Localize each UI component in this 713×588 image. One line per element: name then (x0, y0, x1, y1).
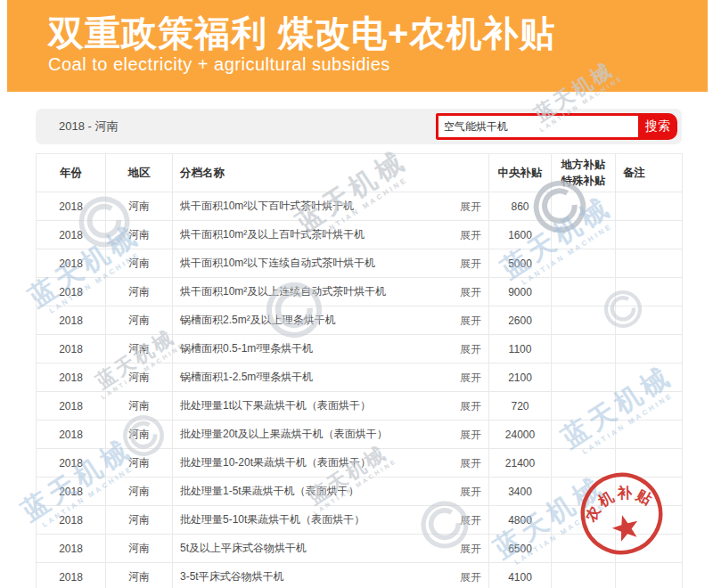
region-cell: 河南 (106, 278, 173, 306)
search-box: 搜索 (436, 113, 677, 140)
category-name: 锅槽面积0.5-1m²理条烘干机 (180, 342, 313, 355)
expand-link[interactable]: 展开 (460, 341, 481, 356)
central-subsidy-cell: 4800 (489, 506, 552, 535)
central-subsidy-cell: 3400 (489, 478, 552, 506)
category-cell: 烘干面积10m²以下百叶式茶叶烘干机 展开 (173, 192, 489, 221)
category-cell: 烘干面积10m²及以上连续自动式茶叶烘干机 展开 (173, 278, 489, 306)
local-subsidy-cell (552, 563, 616, 588)
local-subsidy-cell (552, 421, 616, 449)
search-input[interactable] (438, 116, 638, 137)
central-subsidy-cell: 21400 (489, 449, 552, 478)
region-cell: 河南 (106, 478, 173, 506)
year-cell: 2018 (37, 421, 106, 449)
col-local-line1: 地方补贴 (561, 159, 606, 171)
region-cell: 河南 (106, 249, 173, 278)
col-central-subsidy: 中央补贴 (489, 154, 552, 192)
local-subsidy-cell (552, 392, 616, 421)
expand-link[interactable]: 展开 (460, 227, 481, 242)
remark-cell (616, 221, 683, 249)
year-cell: 2018 (37, 535, 106, 563)
expand-link[interactable]: 展开 (460, 199, 481, 214)
table-row: 2018 河南 批处理量1t以下果蔬烘干机（表面烘干） 展开 720 (37, 392, 683, 421)
region-cell: 河南 (106, 192, 173, 221)
star-icon (610, 511, 642, 543)
expand-link[interactable]: 展开 (460, 541, 481, 556)
region-cell: 河南 (106, 221, 173, 249)
banner-subtitle: Coal to electricity + agricultural subsi… (48, 54, 708, 75)
central-subsidy-cell: 9000 (489, 278, 552, 306)
remark-cell (616, 421, 683, 449)
expand-link[interactable]: 展开 (460, 256, 481, 271)
region-cell: 河南 (106, 392, 173, 421)
table-row: 2018 河南 锅槽面积2.5m²及以上理条烘干机 展开 2600 (37, 306, 683, 335)
col-remark: 备注 (616, 154, 683, 192)
expand-link[interactable]: 展开 (460, 313, 481, 328)
expand-link[interactable]: 展开 (460, 484, 481, 499)
expand-link[interactable]: 展开 (460, 284, 481, 299)
table-row: 2018 河南 锅槽面积1-2.5m²理条烘干机 展开 2100 (37, 363, 683, 392)
category-name: 批处理量20t及以上果蔬烘干机（表面烘干） (180, 428, 388, 440)
category-name: 烘干面积10m²及以上连续自动式茶叶烘干机 (180, 285, 386, 298)
expand-link[interactable]: 展开 (460, 398, 481, 413)
category-name: 批处理量10-20t果蔬烘干机（表面烘干） (180, 456, 371, 469)
year-cell: 2018 (37, 278, 106, 306)
search-button[interactable]: 搜索 (638, 116, 677, 137)
local-subsidy-cell (552, 335, 616, 363)
local-subsidy-cell (552, 221, 616, 249)
remark-cell (616, 392, 683, 421)
central-subsidy-cell: 1100 (489, 335, 552, 363)
expand-link[interactable]: 展开 (460, 569, 481, 584)
central-subsidy-cell: 2600 (489, 306, 552, 335)
table-row: 2018 河南 烘干面积10m²以下百叶式茶叶烘干机 展开 860 (37, 192, 683, 221)
table-row: 2018 河南 烘干面积10m²以下连续自动式茶叶烘干机 展开 5000 (37, 249, 683, 278)
category-name: 烘干面积10m²以下连续自动式茶叶烘干机 (180, 257, 375, 269)
category-cell: 批处理量5-10t果蔬烘干机（表面烘干） 展开 (173, 506, 489, 535)
category-name: 3-5t平床式谷物烘干机 (180, 570, 284, 583)
agri-subsidy-stamp: 农机补贴 (578, 470, 665, 557)
region-cell: 河南 (106, 535, 173, 563)
filter-toolbar: 2018 - 河南 搜索 (36, 109, 682, 144)
table-header-row: 年份 地区 分档名称 中央补贴 地方补贴 特殊补贴 备注 (37, 154, 683, 192)
category-name: 烘干面积10m²以下百叶式茶叶烘干机 (180, 200, 354, 212)
expand-link[interactable]: 展开 (460, 455, 481, 470)
central-subsidy-cell: 2100 (489, 363, 552, 392)
remark-cell (616, 335, 683, 363)
expand-link[interactable]: 展开 (460, 427, 481, 442)
category-cell: 批处理量10-20t果蔬烘干机（表面烘干） 展开 (173, 449, 489, 478)
col-category: 分档名称 (173, 154, 489, 192)
local-subsidy-cell (552, 192, 616, 221)
expand-link[interactable]: 展开 (460, 512, 481, 527)
year-region-filter: 2018 - 河南 (59, 118, 118, 135)
year-cell: 2018 (37, 449, 106, 478)
remark-cell (616, 192, 683, 221)
category-name: 烘干面积10m²及以上百叶式茶叶烘干机 (180, 228, 365, 241)
category-cell: 锅槽面积0.5-1m²理条烘干机 展开 (173, 335, 489, 363)
remark-cell (616, 563, 683, 588)
local-subsidy-cell (552, 278, 616, 306)
category-name: 锅槽面积2.5m²及以上理条烘干机 (180, 314, 336, 326)
central-subsidy-cell: 720 (489, 392, 552, 421)
region-cell: 河南 (106, 449, 173, 478)
year-cell: 2018 (37, 192, 106, 221)
region-cell: 河南 (106, 421, 173, 449)
year-cell: 2018 (37, 363, 106, 392)
local-subsidy-cell (552, 306, 616, 335)
remark-cell (616, 249, 683, 278)
category-cell: 批处理量20t及以上果蔬烘干机（表面烘干） 展开 (173, 421, 489, 449)
category-name: 批处理量1-5t果蔬烘干机（表面烘干） (180, 485, 359, 497)
year-cell: 2018 (37, 335, 106, 363)
category-cell: 批处理量1-5t果蔬烘干机（表面烘干） 展开 (173, 478, 489, 506)
local-subsidy-cell (552, 363, 616, 392)
category-cell: 3-5t平床式谷物烘干机 展开 (173, 563, 489, 588)
central-subsidy-cell: 1600 (489, 221, 552, 249)
category-cell: 锅槽面积1-2.5m²理条烘干机 展开 (173, 363, 489, 392)
category-name: 批处理量5-10t果蔬烘干机（表面烘干） (180, 513, 365, 526)
col-local-line2: 特殊补贴 (561, 175, 606, 187)
region-cell: 河南 (106, 506, 173, 535)
expand-link[interactable]: 展开 (460, 370, 481, 385)
category-cell: 5t及以上平床式谷物烘干机 展开 (173, 535, 489, 563)
col-local-subsidy: 地方补贴 特殊补贴 (552, 154, 616, 192)
central-subsidy-cell: 24000 (489, 421, 552, 449)
table-row: 2018 河南 批处理量20t及以上果蔬烘干机（表面烘干） 展开 24000 (37, 421, 683, 449)
table-row: 2018 河南 烘干面积10m²及以上百叶式茶叶烘干机 展开 1600 (37, 221, 683, 249)
